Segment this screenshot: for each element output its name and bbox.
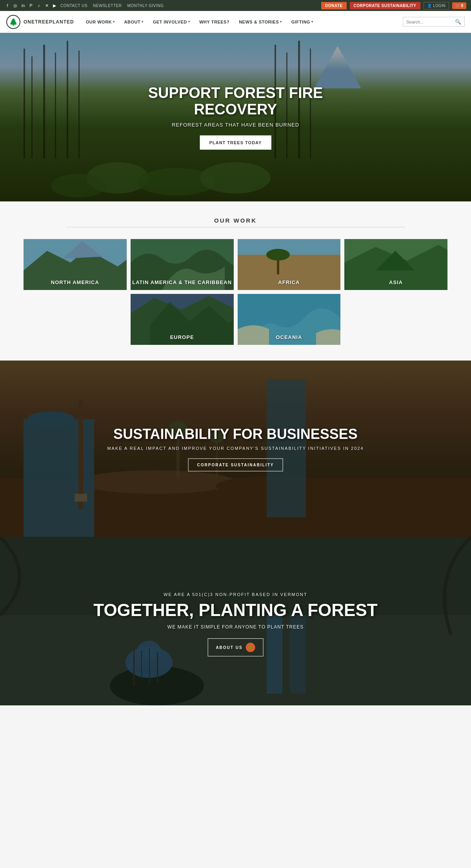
hero-section: SUPPORT FOREST FIRE RECOVERY REFOREST AR… xyxy=(0,33,471,201)
x-icon[interactable]: ✕ xyxy=(44,3,49,8)
facebook-icon[interactable]: f xyxy=(5,3,10,8)
our-work-section: OUR WORK NORTH AMERICA xyxy=(0,201,471,361)
tiktok-icon[interactable]: ♪ xyxy=(36,3,42,8)
corporate-sustainability-link-button[interactable]: CORPORATE SUSTAINABILITY xyxy=(188,458,283,471)
tree-icon: 🌲 xyxy=(9,18,18,26)
chevron-down-icon: ▾ xyxy=(113,20,115,24)
main-nav: 🌲 ONETREEPLANTED OUR WORK ▾ ABOUT ▾ GET … xyxy=(0,11,471,33)
sustainability-subtitle: MAKE A REAL IMPACT AND IMPROVE YOUR COMP… xyxy=(47,446,424,451)
nav-get-involved[interactable]: GET INVOLVED ▾ xyxy=(149,16,194,27)
linkedin-icon[interactable]: in xyxy=(20,3,26,8)
hero-title: SUPPORT FOREST FIRE RECOVERY xyxy=(118,85,353,118)
region-label-oceania: OCEANIA xyxy=(238,334,341,340)
about-us-button[interactable]: ABOUT US 🌿 xyxy=(207,638,263,656)
regions-top-grid: NORTH AMERICA LATIN AMERICA & THE CARIBB… xyxy=(24,239,447,290)
hero-subtitle: REFOREST AREAS THAT HAVE BEEN BURNED xyxy=(118,121,353,127)
region-label-latin-america: LATIN AMERICA & THE CARIBBEAN xyxy=(131,279,234,285)
top-bar-left: f ◎ in P ♪ ✕ ▶ CONTACT US NEWSLETTER MON… xyxy=(5,3,164,8)
pinterest-icon[interactable]: P xyxy=(28,3,34,8)
region-card-latin-america[interactable]: LATIN AMERICA & THE CARIBBEAN xyxy=(131,239,234,290)
nav-search-bar: 🔍 xyxy=(403,17,465,27)
hero-content: SUPPORT FOREST FIRE RECOVERY REFOREST AR… xyxy=(118,85,353,150)
region-card-asia[interactable]: ASIA xyxy=(344,239,447,290)
chevron-down-icon: ▾ xyxy=(188,20,190,24)
regions-bottom-grid: EUROPE OCEANIA xyxy=(24,294,447,345)
region-card-europe[interactable]: EUROPE xyxy=(131,294,234,345)
top-bar-links: CONTACT US NEWSLETTER MONTHLY GIVING xyxy=(60,4,164,8)
contact-us-link[interactable]: CONTACT US xyxy=(60,4,87,8)
login-button[interactable]: 👤 LOGIN xyxy=(424,2,449,9)
nav-news-stories[interactable]: NEWS & STORIES ▾ xyxy=(235,16,286,27)
nav-items: OUR WORK ▾ ABOUT ▾ GET INVOLVED ▾ WHY TR… xyxy=(82,16,395,27)
nav-gifting[interactable]: GIFTING ▾ xyxy=(287,16,317,27)
youtube-icon[interactable]: ▶ xyxy=(52,3,57,8)
monthly-giving-link[interactable]: MONTHLY GIVING xyxy=(127,4,164,8)
search-button[interactable]: 🔍 xyxy=(455,19,461,25)
sustainability-content: SUSTAINABILITY FOR BUSINESSES MAKE A REA… xyxy=(47,426,424,471)
region-label-north-america: NORTH AMERICA xyxy=(24,279,127,285)
corporate-sustainability-button[interactable]: CORPORATE SUSTAINABILITY xyxy=(350,2,420,9)
region-label-asia: ASIA xyxy=(344,279,447,285)
cart-button[interactable]: 🛒 0 xyxy=(452,2,466,9)
plant-trees-button[interactable]: PLANT TREES TODAY xyxy=(200,135,271,149)
region-label-europe: EUROPE xyxy=(131,334,234,340)
nav-about[interactable]: ABOUT ▾ xyxy=(120,16,147,27)
donate-button[interactable]: DONATE xyxy=(321,2,346,9)
chevron-down-icon: ▾ xyxy=(311,20,313,24)
forest-subtitle: WE MAKE IT SIMPLE FOR ANYONE TO PLANT TR… xyxy=(47,624,424,630)
section-divider xyxy=(66,227,405,227)
sustainability-title: SUSTAINABILITY FOR BUSINESSES xyxy=(47,426,424,442)
forest-content: WE ARE A 501(C)3 NON-PROFIT BASED IN VER… xyxy=(47,592,424,656)
site-logo[interactable]: 🌲 ONETREEPLANTED xyxy=(6,15,74,29)
forest-title: TOGETHER, PLANTING A FOREST xyxy=(47,601,424,620)
chevron-down-icon: ▾ xyxy=(280,20,282,24)
social-icons: f ◎ in P ♪ ✕ ▶ xyxy=(5,3,57,8)
region-card-oceania[interactable]: OCEANIA xyxy=(238,294,341,345)
nav-our-work[interactable]: OUR WORK ▾ xyxy=(82,16,119,27)
top-bar: f ◎ in P ♪ ✕ ▶ CONTACT US NEWSLETTER MON… xyxy=(0,0,471,11)
nav-why-trees[interactable]: WHY TREES? xyxy=(195,16,233,27)
leaf-icon: 🌿 xyxy=(246,643,255,652)
chevron-down-icon: ▾ xyxy=(142,20,144,24)
forest-together-section: WE ARE A 501(C)3 NON-PROFIT BASED IN VER… xyxy=(0,537,471,705)
region-card-africa[interactable]: AFRICA xyxy=(238,239,341,290)
our-work-title: OUR WORK xyxy=(24,217,447,224)
logo-circle: 🌲 xyxy=(6,15,20,29)
search-input[interactable] xyxy=(406,20,453,24)
newsletter-link[interactable]: NEWSLETTER xyxy=(93,4,122,8)
forest-pre-title: WE ARE A 501(C)3 NON-PROFIT BASED IN VER… xyxy=(47,592,424,597)
region-label-africa: AFRICA xyxy=(238,279,341,285)
top-bar-right: DONATE CORPORATE SUSTAINABILITY 👤 LOGIN … xyxy=(321,2,466,9)
instagram-icon[interactable]: ◎ xyxy=(13,3,18,8)
user-icon: 👤 xyxy=(427,4,432,8)
sustainability-section: SUSTAINABILITY FOR BUSINESSES MAKE A REA… xyxy=(0,361,471,537)
logo-text: ONETREEPLANTED xyxy=(24,19,74,25)
region-card-north-america[interactable]: NORTH AMERICA xyxy=(24,239,127,290)
